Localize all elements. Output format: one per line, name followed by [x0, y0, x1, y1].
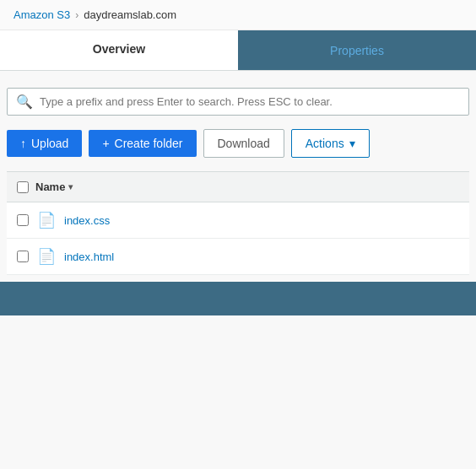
breadcrumb-parent-link[interactable]: Amazon S3: [14, 8, 70, 21]
create-folder-icon: +: [102, 137, 109, 150]
sort-arrow-icon: ▾: [68, 182, 73, 191]
table-row: 📄 index.html: [7, 239, 469, 275]
spacer: [0, 71, 476, 88]
action-bar: ↑ Upload + Create folder Download Action…: [0, 129, 476, 171]
create-folder-button[interactable]: + Create folder: [89, 130, 196, 157]
file-name-link[interactable]: index.css: [64, 214, 110, 227]
upload-icon: ↑: [20, 137, 26, 150]
tab-overview[interactable]: Overview: [0, 30, 238, 70]
actions-button[interactable]: Actions ▾: [291, 129, 370, 158]
file-table: Name ▾ 📄 index.css 📄 index.html: [7, 171, 469, 275]
tab-properties[interactable]: Properties: [238, 30, 476, 70]
download-button[interactable]: Download: [203, 129, 284, 158]
row-checkbox[interactable]: [17, 251, 29, 262]
search-input[interactable]: [40, 95, 460, 108]
table-header-row: Name ▾: [7, 172, 469, 202]
bottom-bar: [0, 282, 476, 315]
chevron-down-icon: ▾: [349, 137, 355, 150]
row-checkbox[interactable]: [17, 214, 29, 226]
breadcrumb: Amazon S3 › daydreamslab.com: [0, 0, 476, 30]
breadcrumb-current: daydreamslab.com: [84, 8, 176, 21]
table-row: 📄 index.css: [7, 202, 469, 239]
actions-label: Actions: [306, 137, 344, 150]
search-bar: 🔍: [7, 88, 469, 116]
file-name-link[interactable]: index.html: [64, 251, 114, 263]
file-icon: 📄: [37, 211, 56, 229]
create-folder-label: Create folder: [115, 137, 183, 150]
tabs-container: Overview Properties: [0, 30, 476, 71]
search-icon: 🔍: [16, 94, 33, 110]
breadcrumb-separator: ›: [75, 9, 78, 21]
select-all-checkbox[interactable]: [17, 181, 29, 193]
upload-button[interactable]: ↑ Upload: [7, 130, 82, 157]
name-column-header: Name ▾: [35, 181, 73, 193]
file-icon: 📄: [37, 247, 56, 266]
upload-label: Upload: [31, 137, 68, 150]
